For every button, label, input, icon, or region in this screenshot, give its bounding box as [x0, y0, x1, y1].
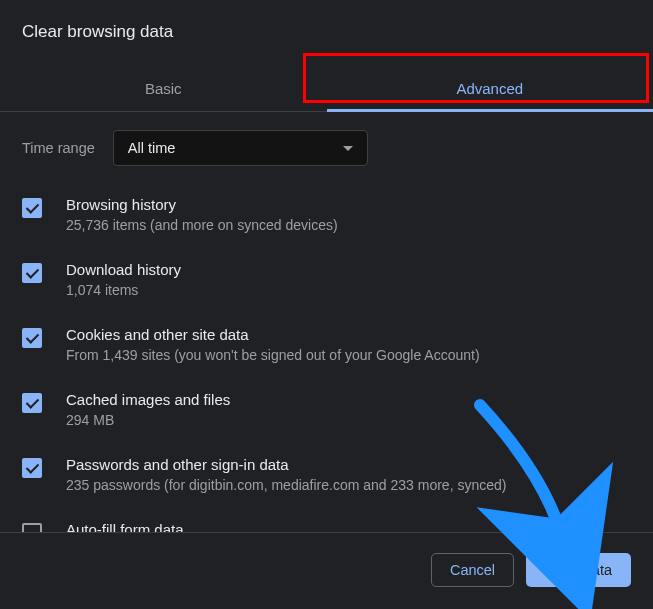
- items-list: Browsing history25,736 items (and more o…: [22, 196, 631, 553]
- time-range-row: Time range All time: [22, 130, 631, 186]
- list-item: Cached images and files294 MB: [22, 391, 631, 428]
- time-range-value: All time: [128, 140, 176, 156]
- content: Time range All time Browsing history25,7…: [0, 112, 653, 553]
- item-text: Passwords and other sign-in data235 pass…: [66, 456, 506, 493]
- item-text: Cookies and other site dataFrom 1,439 si…: [66, 326, 480, 363]
- list-item: Download history1,074 items: [22, 261, 631, 298]
- item-text: Cached images and files294 MB: [66, 391, 230, 428]
- item-desc: 25,736 items (and more on synced devices…: [66, 217, 338, 233]
- item-desc: 1,074 items: [66, 282, 181, 298]
- time-range-select[interactable]: All time: [113, 130, 368, 166]
- time-range-label: Time range: [22, 140, 95, 156]
- cancel-button[interactable]: Cancel: [431, 553, 514, 587]
- checkbox[interactable]: [22, 198, 42, 218]
- checkbox[interactable]: [22, 328, 42, 348]
- tabs: Basic Advanced: [0, 66, 653, 112]
- list-item: Browsing history25,736 items (and more o…: [22, 196, 631, 233]
- item-title: Passwords and other sign-in data: [66, 456, 506, 473]
- checkbox[interactable]: [22, 263, 42, 283]
- list-item: Passwords and other sign-in data235 pass…: [22, 456, 631, 493]
- item-desc: 294 MB: [66, 412, 230, 428]
- item-text: Download history1,074 items: [66, 261, 181, 298]
- chevron-down-icon: [343, 146, 353, 151]
- tab-advanced[interactable]: Advanced: [327, 66, 654, 111]
- item-text: Browsing history25,736 items (and more o…: [66, 196, 338, 233]
- item-title: Cookies and other site data: [66, 326, 480, 343]
- clear-data-button[interactable]: Clear data: [526, 553, 631, 587]
- item-desc: 235 passwords (for digitbin.com, mediafi…: [66, 477, 506, 493]
- item-title: Download history: [66, 261, 181, 278]
- list-item: Cookies and other site dataFrom 1,439 si…: [22, 326, 631, 363]
- footer: Cancel Clear data: [0, 532, 653, 609]
- item-title: Cached images and files: [66, 391, 230, 408]
- checkbox[interactable]: [22, 458, 42, 478]
- dialog-title: Clear browsing data: [0, 0, 653, 42]
- tab-basic[interactable]: Basic: [0, 66, 327, 111]
- item-desc: From 1,439 sites (you won't be signed ou…: [66, 347, 480, 363]
- item-title: Browsing history: [66, 196, 338, 213]
- checkbox[interactable]: [22, 393, 42, 413]
